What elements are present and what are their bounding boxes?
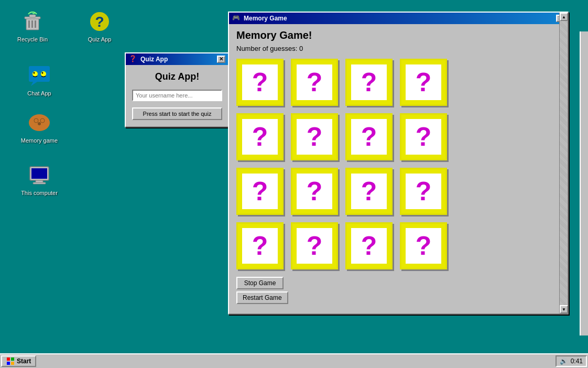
card-question-mark: ? <box>252 69 268 95</box>
card-right-bar <box>278 115 282 159</box>
card-right-bar <box>332 115 336 159</box>
memory-card-0[interactable]: ? <box>236 59 284 106</box>
svg-rect-2 <box>31 20 33 28</box>
memory-card-9[interactable]: ? <box>291 168 338 215</box>
memory-card-5[interactable]: ? <box>291 113 338 160</box>
memory-card-3[interactable]: ? <box>400 59 447 106</box>
memory-game-icon[interactable]: Memory game <box>18 110 60 144</box>
quiz-app-desktop-icon[interactable]: ? Quiz App <box>79 9 121 42</box>
card-left-bar <box>347 60 351 104</box>
stop-game-button[interactable]: Stop Game <box>236 277 284 289</box>
svg-marker-9 <box>31 82 37 86</box>
background-scrollbar <box>580 31 588 335</box>
memory-card-12[interactable]: ? <box>236 222 284 269</box>
volume-icon: 🔊 <box>560 358 568 365</box>
card-left-bar <box>292 115 297 159</box>
recycle-bin-icon[interactable]: Recycle Bin <box>12 9 53 42</box>
this-computer-label: This computer <box>21 190 58 196</box>
restart-game-button[interactable]: Restart Game <box>236 291 288 304</box>
memory-card-14[interactable]: ? <box>345 222 393 269</box>
start-label: Start <box>17 358 31 365</box>
memory-card-6[interactable]: ? <box>345 113 393 160</box>
quiz-titlebar[interactable]: ❓ Quiz App ✕ <box>126 53 228 65</box>
card-question-mark: ? <box>416 124 432 150</box>
quiz-app-desktop-label: Quiz App <box>88 36 112 42</box>
chat-app-label: Chat App <box>27 90 51 96</box>
start-button[interactable]: Start <box>1 355 36 367</box>
card-left-bar <box>347 224 351 268</box>
svg-point-12 <box>34 72 35 74</box>
clock-display: 0:41 <box>571 358 583 365</box>
memory-title-text: Memory Game <box>244 15 287 22</box>
svg-point-15 <box>34 118 38 123</box>
card-question-mark: ? <box>416 178 432 204</box>
quiz-app-window: ❓ Quiz App ✕ Quiz App! Press start to st… <box>125 52 230 127</box>
memory-card-11[interactable]: ? <box>400 168 447 215</box>
card-question-mark: ? <box>361 178 377 204</box>
memory-titlebar-left: 🎮 Memory Game <box>232 14 287 23</box>
quiz-heading: Quiz App! <box>132 71 222 82</box>
card-left-bar <box>347 115 351 159</box>
card-question-mark: ? <box>416 233 432 259</box>
card-left-bar <box>292 224 297 268</box>
card-left-bar <box>238 115 242 159</box>
svg-rect-22 <box>7 358 10 361</box>
quiz-close-button[interactable]: ✕ <box>217 56 225 63</box>
scroll-up-button[interactable]: ▲ <box>560 13 568 21</box>
memory-title-icon: 🎮 <box>232 14 241 23</box>
svg-point-13 <box>42 72 43 74</box>
memory-guesses-display: Number of guesses: 0 <box>236 45 560 52</box>
card-right-bar <box>387 60 391 104</box>
card-right-bar <box>441 60 445 104</box>
quiz-title-text: Quiz App <box>140 56 168 63</box>
card-left-bar <box>401 224 406 268</box>
memory-card-13[interactable]: ? <box>291 222 338 269</box>
svg-rect-19 <box>31 168 47 179</box>
memory-card-10[interactable]: ? <box>345 168 393 215</box>
card-question-mark: ? <box>252 233 268 259</box>
this-computer-image <box>27 163 52 188</box>
memory-card-7[interactable]: ? <box>400 113 447 160</box>
card-right-bar <box>332 169 336 213</box>
memory-heading: Memory Game! <box>236 29 560 41</box>
card-left-bar <box>347 169 351 213</box>
quiz-app-image: ? <box>87 9 112 34</box>
chat-app-image <box>27 63 52 88</box>
svg-rect-8 <box>29 66 50 82</box>
card-question-mark: ? <box>252 178 268 204</box>
card-question-mark: ? <box>307 178 323 204</box>
memory-card-4[interactable]: ? <box>236 113 284 160</box>
svg-text:?: ? <box>95 14 104 30</box>
card-left-bar <box>292 60 297 104</box>
windows-logo-icon <box>6 357 15 365</box>
scroll-down-button[interactable]: ▼ <box>560 305 568 313</box>
card-right-bar <box>441 224 445 268</box>
card-question-mark: ? <box>361 69 377 95</box>
chat-app-icon[interactable]: Chat App <box>18 63 60 96</box>
card-question-mark: ? <box>307 124 323 150</box>
recycle-bin-image <box>20 9 45 34</box>
memory-card-1[interactable]: ? <box>291 59 338 106</box>
this-computer-icon[interactable]: This computer <box>18 163 60 196</box>
card-right-bar <box>441 169 445 213</box>
card-left-bar <box>238 169 242 213</box>
quiz-titlebar-left: ❓ Quiz App <box>129 55 168 63</box>
memory-card-grid: ???????????????? <box>236 59 560 269</box>
memory-titlebar[interactable]: 🎮 Memory Game ✕ <box>229 13 568 24</box>
card-question-mark: ? <box>416 69 432 95</box>
quiz-start-button[interactable]: Press start to start the quiz <box>132 107 222 120</box>
memory-card-2[interactable]: ? <box>345 59 393 106</box>
memory-card-15[interactable]: ? <box>400 222 447 269</box>
card-right-bar <box>278 60 282 104</box>
card-right-bar <box>387 224 391 268</box>
memory-game-label: Memory game <box>21 137 58 144</box>
quiz-content-area: Quiz App! Press start to start the quiz <box>126 65 228 126</box>
memory-card-8[interactable]: ? <box>236 168 284 215</box>
recycle-bin-label: Recycle Bin <box>17 36 48 42</box>
card-right-bar <box>387 115 391 159</box>
svg-rect-20 <box>36 180 43 182</box>
svg-rect-21 <box>33 182 46 184</box>
svg-point-17 <box>38 122 41 125</box>
scroll-track <box>560 21 568 305</box>
quiz-username-input[interactable] <box>132 90 222 101</box>
